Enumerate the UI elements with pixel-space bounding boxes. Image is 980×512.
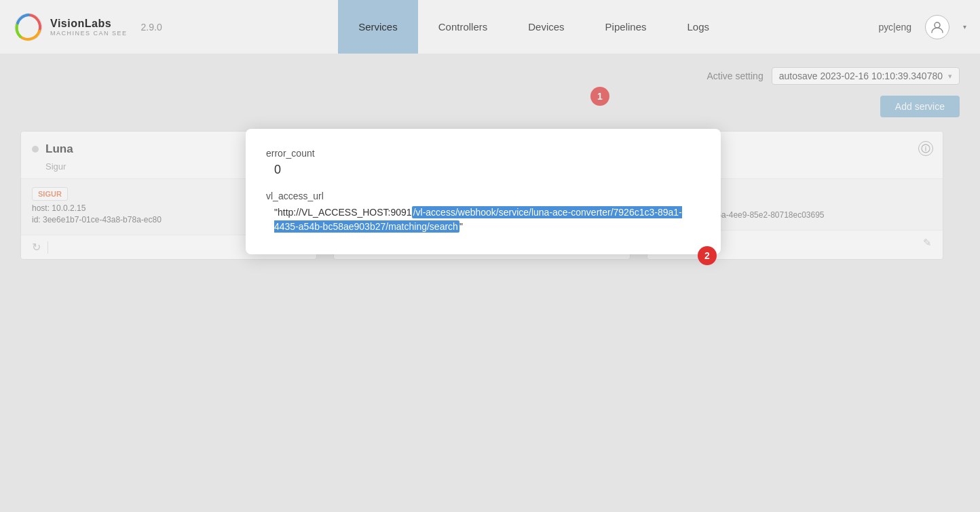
svg-point-7	[925, 146, 926, 147]
nav-logs[interactable]: Logs	[666, 0, 730, 54]
main-nav: Services Controllers Devices Pipelines L…	[189, 0, 879, 54]
header: VisionLabs MACHINES CAN SEE 2.9.0 Servic…	[0, 0, 980, 54]
actions-row: Add service	[20, 96, 960, 117]
vl-access-url-label: vl_access_url	[266, 191, 700, 201]
user-avatar[interactable]	[925, 15, 949, 39]
lang-switcher[interactable]: рус|eng	[879, 22, 911, 33]
sigur-tag: SIGUR	[32, 187, 68, 201]
user-icon	[930, 20, 944, 34]
active-setting-chevron-icon: ▾	[948, 72, 952, 81]
active-setting-text: autosave 2023-02-16 10:10:39.340780	[779, 71, 943, 81]
nav-controllers[interactable]: Controllers	[418, 0, 508, 54]
nav-pipelines[interactable]: Pipelines	[585, 0, 667, 54]
step-badge-1: 1	[590, 87, 609, 106]
refresh-icon-sigur[interactable]: ↻	[32, 241, 41, 254]
logo-title: VisionLabs	[50, 18, 128, 30]
header-right: рус|eng ▾	[879, 15, 966, 39]
active-setting-row: Active setting autosave 2023-02-16 10:10…	[20, 67, 960, 85]
logo-icon	[14, 12, 43, 42]
logo-area: VisionLabs MACHINES CAN SEE	[14, 12, 128, 42]
step-badge-2: 2	[698, 246, 717, 265]
nav-devices[interactable]: Devices	[508, 0, 584, 54]
logo-text: VisionLabs MACHINES CAN SEE	[50, 18, 128, 37]
nav-services[interactable]: Services	[338, 0, 418, 54]
active-setting-value[interactable]: autosave 2023-02-16 10:10:39.340780 ▾	[772, 67, 960, 85]
logo-subtitle: MACHINES CAN SEE	[50, 30, 128, 37]
error-count-label: error_count	[266, 148, 700, 159]
add-service-button[interactable]: Add service	[880, 96, 960, 117]
vl-access-url-value[interactable]: "http://VL_ACCESS_HOST:9091/vl-access/we…	[274, 205, 700, 234]
svg-point-1	[935, 22, 940, 28]
card-title-sigur: Luna	[45, 142, 73, 156]
info-icon-luna[interactable]	[918, 141, 933, 156]
url-plain-start: "http://VL_ACCESS_HOST:9091	[274, 207, 412, 218]
status-dot-sigur	[32, 146, 39, 153]
error-count-value: 0	[274, 163, 700, 177]
divider-sigur	[48, 241, 48, 254]
user-chevron-icon[interactable]: ▾	[963, 23, 966, 31]
info-popup: error_count 0 vl_access_url "http://VL_A…	[246, 129, 721, 254]
url-plain-end: "	[459, 221, 463, 232]
version-label: 2.9.0	[141, 22, 162, 33]
active-setting-label: Active setting	[706, 71, 763, 81]
edit-icon-luna[interactable]: ✎	[923, 237, 932, 249]
